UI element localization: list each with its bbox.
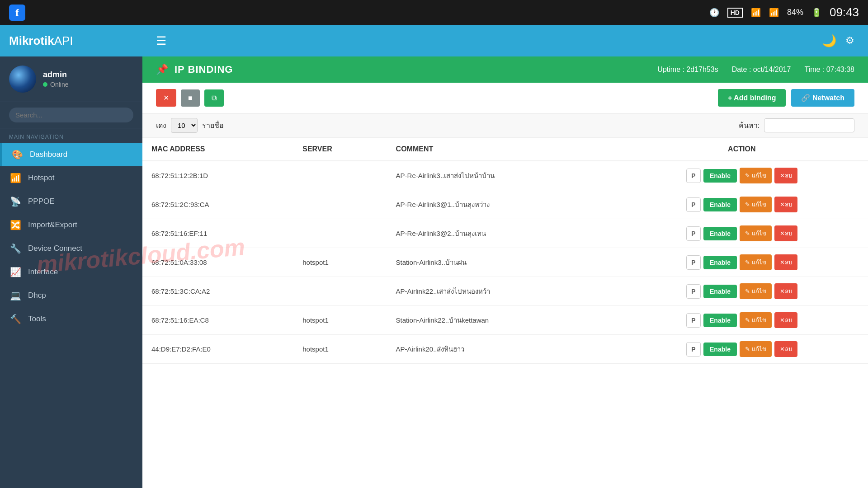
sidebar-item-dhcp[interactable]: 💻 Dhcp — [0, 284, 142, 307]
cell-server-4 — [293, 277, 387, 306]
delete-row-button-2[interactable]: ✕ลบ — [774, 225, 797, 241]
delete-row-button-5[interactable]: ✕ลบ — [774, 312, 797, 328]
delete-button[interactable]: ✕ — [156, 89, 176, 107]
content-header-left: 📌 IP BINDING — [156, 64, 233, 75]
facebook-icon: f — [9, 5, 25, 21]
user-info: admin Online — [43, 70, 68, 88]
netwatch-button[interactable]: 🔗 Netwatch — [791, 89, 854, 107]
delete-row-button-3[interactable]: ✕ลบ — [774, 254, 797, 270]
moon-icon[interactable]: 🌙 — [822, 34, 836, 48]
wifi-icon: 📶 — [751, 8, 761, 18]
cell-mac-5: 68:72:51:16:EA:C8 — [142, 306, 293, 335]
enable-button-4[interactable]: Enable — [703, 285, 737, 298]
action-group-3: P Enable ✎ แก้ไข ✕ลบ — [625, 254, 859, 270]
app-title: MikrotikAPI — [9, 34, 73, 48]
table-row: 68:72:51:16:EA:C8 hotspot1 Station-Airli… — [142, 306, 868, 335]
col-action: ACTION — [616, 138, 868, 161]
p-button-4[interactable]: P — [686, 284, 701, 299]
time-label: Time : 07:43:38 — [804, 66, 854, 74]
cell-action-1: P Enable ✎ แก้ไข ✕ลบ — [616, 190, 868, 219]
enable-button-0[interactable]: Enable — [703, 169, 737, 183]
app-layout: MikrotikAPI admin Online MAIN NAVIGATION… — [0, 25, 868, 488]
sidebar-item-pppoe[interactable]: 📡 PPPOE — [0, 190, 142, 213]
edit-button-0[interactable]: ✎ แก้ไข — [740, 168, 772, 183]
toolbar-right: + Add binding 🔗 Netwatch — [718, 89, 854, 107]
table-row: 68:72:51:16:EF:11 AP-Re-Airlink3@2..บ้าน… — [142, 219, 868, 248]
p-button-0[interactable]: P — [686, 169, 701, 183]
copy-button[interactable]: ⧉ — [204, 89, 224, 107]
enable-button-6[interactable]: Enable — [703, 343, 737, 356]
toolbar-left: ✕ ■ ⧉ — [156, 89, 224, 107]
cell-action-4: P Enable ✎ แก้ไข ✕ลบ — [616, 277, 868, 306]
enable-button-3[interactable]: Enable — [703, 256, 737, 269]
sidebar: MikrotikAPI admin Online MAIN NAVIGATION… — [0, 25, 142, 488]
edit-button-5[interactable]: ✎ แก้ไข — [740, 312, 772, 328]
status-bar-left: f — [9, 5, 25, 21]
interface-icon: 📈 — [9, 267, 22, 277]
sidebar-item-import-export[interactable]: 🔀 Import&Export — [0, 213, 142, 237]
search-box[interactable] — [0, 102, 142, 128]
p-button-1[interactable]: P — [686, 197, 701, 212]
p-button-6[interactable]: P — [686, 342, 701, 357]
cell-comment-1: AP-Re-Airlink3@1..บ้านลุงหว่าง — [387, 190, 616, 219]
search-input[interactable] — [9, 108, 133, 122]
hamburger-icon[interactable]: ☰ — [156, 34, 166, 48]
table-row: 68:72:51:0A:33:08 hotspot1 Station-Airli… — [142, 248, 868, 277]
sidebar-item-dashboard[interactable]: 🎨 Dashboard — [0, 143, 142, 166]
battery-icon: 🔋 — [811, 8, 821, 18]
cell-server-6: hotspot1 — [293, 335, 387, 364]
count-select[interactable]: 10 25 50 — [171, 118, 198, 133]
p-button-5[interactable]: P — [686, 313, 701, 328]
delete-row-button-6[interactable]: ✕ลบ — [774, 341, 797, 357]
sidebar-item-tools[interactable]: 🔨 Tools — [0, 307, 142, 331]
cell-comment-3: Station-Airlink3..บ้านฝน — [387, 248, 616, 277]
add-binding-button[interactable]: + Add binding — [718, 89, 786, 107]
enable-button-5[interactable]: Enable — [703, 314, 737, 327]
table-row: 68:72:51:12:2B:1D AP-Re-Airlink3..เสาส่ง… — [142, 161, 868, 190]
delete-row-button-4[interactable]: ✕ลบ — [774, 283, 797, 299]
status-time: 09:43 — [830, 5, 859, 19]
action-group-6: P Enable ✎ แก้ไข ✕ลบ — [625, 341, 859, 357]
cell-mac-2: 68:72:51:16:EF:11 — [142, 219, 293, 248]
disable-button[interactable]: ■ — [181, 89, 200, 107]
edit-button-6[interactable]: ✎ แก้ไข — [740, 341, 772, 357]
enable-button-2[interactable]: Enable — [703, 227, 737, 240]
edit-button-1[interactable]: ✎ แก้ไข — [740, 197, 772, 212]
col-server: SERVER — [293, 138, 387, 161]
ip-binding-table: MAC ADDRESS SERVER COMMENT ACTION 68:72:… — [142, 138, 868, 364]
table-search-input[interactable] — [764, 118, 854, 132]
status-bar-right: 🕐 HD 📶 📶 84% 🔋 09:43 — [709, 5, 859, 19]
toolbar: ✕ ■ ⧉ + Add binding 🔗 Netwatch — [142, 83, 868, 113]
header-stats: Uptime : 2d17h53s Date : oct/14/2017 Tim… — [657, 66, 854, 74]
username: admin — [43, 70, 68, 80]
settings-icon[interactable]: ⚙ — [845, 35, 854, 47]
show-label: เดง — [156, 120, 166, 131]
col-mac: MAC ADDRESS — [142, 138, 293, 161]
cell-action-3: P Enable ✎ แก้ไข ✕ลบ — [616, 248, 868, 277]
cell-action-5: P Enable ✎ แก้ไข ✕ลบ — [616, 306, 868, 335]
cell-mac-1: 68:72:51:2C:93:CA — [142, 190, 293, 219]
delete-row-button-0[interactable]: ✕ลบ — [774, 168, 797, 183]
pppoe-icon: 📡 — [9, 196, 22, 207]
edit-button-2[interactable]: ✎ แก้ไข — [740, 225, 772, 241]
edit-button-4[interactable]: ✎ แก้ไข — [740, 283, 772, 299]
cell-mac-4: 68:72:51:3C:CA:A2 — [142, 277, 293, 306]
online-dot — [43, 82, 47, 87]
p-button-2[interactable]: P — [686, 226, 701, 241]
sidebar-item-device-connect[interactable]: 🔧 Device Connect — [0, 237, 142, 260]
table-row: 68:72:51:3C:CA:A2 AP-Airlink22..เสาส่งไป… — [142, 277, 868, 306]
user-status: Online — [43, 81, 68, 88]
show-bar-left: เดง 10 25 50 รายชื่อ — [156, 118, 224, 133]
enable-button-1[interactable]: Enable — [703, 198, 737, 211]
p-button-3[interactable]: P — [686, 255, 701, 270]
action-group-4: P Enable ✎ แก้ไข ✕ลบ — [625, 283, 859, 299]
delete-row-button-1[interactable]: ✕ลบ — [774, 197, 797, 212]
cell-mac-6: 44:D9:E7:D2:FA:E0 — [142, 335, 293, 364]
alarm-icon: 🕐 — [709, 8, 719, 18]
sidebar-item-interface[interactable]: 📈 Interface — [0, 260, 142, 284]
sidebar-item-hotspot[interactable]: 📶 Hotspot — [0, 166, 142, 190]
hd-icon: HD — [727, 8, 743, 18]
edit-button-3[interactable]: ✎ แก้ไข — [740, 254, 772, 270]
signal-icon: 📶 — [769, 8, 779, 18]
nav-section-label: MAIN NAVIGATION — [0, 128, 142, 143]
